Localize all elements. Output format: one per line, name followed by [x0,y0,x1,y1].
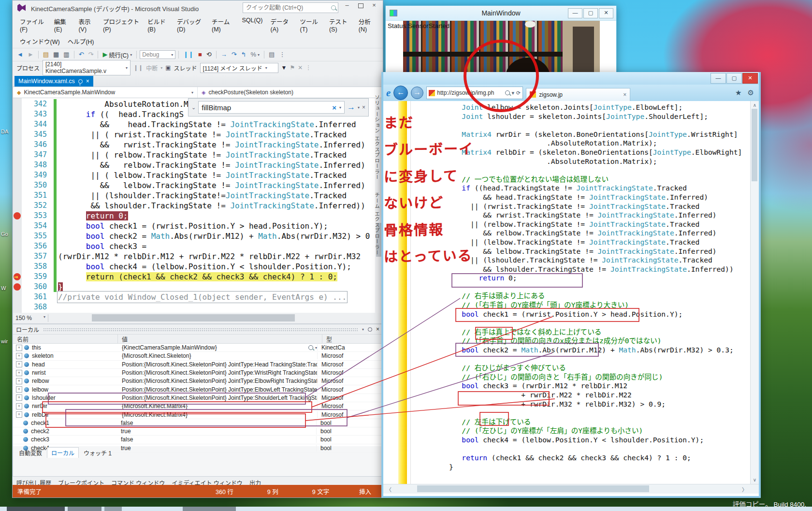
output-window-icon[interactable]: ▤ [267,51,276,58]
scroll-left-icon[interactable]: 〈 [386,485,392,493]
menu-item[interactable]: テスト(S) [326,16,354,34]
stop-debug-icon[interactable]: ■ [197,51,203,58]
breakpoint-icon[interactable] [14,212,21,219]
ie-titlebar[interactable]: — ▢ ✕ [383,72,759,85]
code-line[interactable]: 347 || ( relbow.TrackingState != JointTr… [13,150,382,160]
side-dock-tab[interactable]: チーム エクスプローラー [368,192,381,255]
scrollbar-thumb[interactable] [417,485,649,492]
desktop-icon-label[interactable]: DA [1,129,8,134]
menu-item[interactable]: ファイル(F) [16,16,50,34]
code-line[interactable]: 353 return 0; [13,211,382,221]
expander-icon[interactable]: + [16,353,22,359]
expander-icon[interactable]: + [16,394,22,401]
chevron-down-icon[interactable]: ⌄ [191,104,196,111]
breakpoint-icon[interactable] [14,283,21,291]
close-button[interactable]: ✕ [599,8,613,18]
search-icon[interactable] [505,90,510,95]
find-input[interactable]: fillBitmap × ▾ [198,101,345,114]
code-line[interactable]: 344 && head.TrackingState != JointTracki… [13,119,382,130]
minimize-button[interactable]: — [568,8,582,18]
code-line[interactable]: 348 && relbow.TrackingState != JointTrac… [13,160,382,170]
locals-row[interactable]: +skeleton{Microsoft.Kinect.Skeleton}Micr… [13,352,382,360]
scroll-up-icon[interactable]: ∧ [751,101,759,108]
current-statement-arrow-icon[interactable] [14,273,21,280]
step-out-icon[interactable]: ↰ [240,51,248,58]
menu-item[interactable]: プロジェクト(P) [100,16,143,34]
clear-search-icon[interactable]: × [332,103,336,112]
maximize-button[interactable] [354,0,367,11]
quick-launch-input[interactable] [243,2,338,13]
close-icon[interactable]: × [362,104,365,111]
close-button[interactable]: ✕ [742,73,758,84]
expander-icon[interactable]: + [16,386,22,393]
menu-item[interactable]: デバッグ(D) [174,16,207,34]
expander-icon[interactable]: + [16,361,22,367]
pin-icon[interactable] [78,79,83,84]
code-line[interactable]: 352 && lshoulder.TrackingState != JointT… [13,201,382,211]
locals-row[interactable]: +this{KinectCameraSample.MainWindow}▾Kin… [13,344,382,352]
restart-icon[interactable]: ⟲ [205,51,213,58]
locals-row[interactable]: check1falsebool [13,419,382,427]
code-line[interactable]: 350 && lelbow.TrackingState != JointTrac… [13,180,382,190]
desktop-icon-label[interactable]: W [1,285,6,291]
page-vertical-scrollbar[interactable]: ∧ ∨ [750,101,759,484]
overflow-icon[interactable]: ⋮ [277,51,287,58]
code-line[interactable]: 361//private void Window_Closed_1(object… [13,292,382,302]
chevron-down-icon[interactable]: ▾ [339,105,341,110]
expander-icon[interactable]: + [16,403,22,409]
pin-icon[interactable] [368,327,372,332]
redo-icon[interactable]: ↷ [87,51,95,58]
window-position-icon[interactable]: ▾ [362,327,364,332]
member-dropdown[interactable]: ◈ checkPosture(Skeleton skeleton) [198,87,382,98]
menu-item[interactable]: 表示(V) [75,16,99,34]
break-all-icon[interactable]: ❙❙ [182,51,195,58]
step-into-icon[interactable]: → [219,51,229,58]
expander-icon[interactable]: + [16,345,22,351]
thread-combo[interactable]: [1124] メイン スレッド▾ [200,63,278,73]
desktop-icon-label[interactable]: Go [1,231,8,237]
open-file-icon[interactable]: ▤ [42,51,50,58]
cancel-filter-icon[interactable]: ✕ [298,64,303,71]
editor-horizontal-scrollbar[interactable] [48,313,382,323]
scrollbar-thumb[interactable] [752,109,757,181]
save-all-icon[interactable]: ▥ [62,51,71,58]
debug-config-combo[interactable]: Debug▾ [140,50,175,59]
code-editor[interactable]: 342 AbsoluteRotation.M343 if (( head.Tra… [13,98,383,313]
menu-item[interactable]: ヘルプ(H) [64,36,98,47]
magnifier-icon[interactable] [308,345,313,350]
locals-row[interactable]: +relbowPosition:{Microsoft.Kinect.Skelet… [13,377,382,385]
zoom-selector[interactable]: 150 % ▾ [13,314,48,322]
pane-tab[interactable]: ローカル [47,447,79,458]
hex-display-icon[interactable]: %▾ [249,51,261,58]
close-icon[interactable]: × [86,78,89,85]
locals-titlebar[interactable]: ローカル ▾ × [13,324,382,334]
address-bar[interactable]: http://zigsow.jp/img.ph ▾ ⟳ [426,87,523,99]
overflow-icon[interactable]: ⋮ [305,64,311,71]
type-dropdown[interactable]: ◆ KinectCameraSample.MainWindow ▾ [13,87,198,98]
menu-item[interactable]: 分析(N) [355,16,379,34]
maximize-button[interactable]: ▢ [583,8,598,18]
menu-item[interactable]: ウィンドウ(W) [16,36,63,47]
code-line[interactable]: 368 [13,302,382,312]
code-line[interactable]: 355 bool check2 = Math.Abs(rwrDir.M12) +… [13,231,382,241]
locals-row[interactable]: +rwristPosition:{Microsoft.Kinect.Skelet… [13,369,382,377]
locals-row[interactable]: +headPosition:{Microsoft.Kinect.Skeleton… [13,361,382,369]
code-line[interactable]: 345 || ( rwrist.TrackingState != JointTr… [13,130,382,140]
maximize-button[interactable]: ▢ [726,73,742,84]
mainwindow-titlebar[interactable]: MainWindow — ▢ ✕ [386,6,616,21]
tools-gear-icon[interactable]: ⚙ [748,88,754,97]
expander-icon[interactable]: + [16,370,22,376]
locals-row[interactable]: check3falsebool [13,436,382,444]
scrollbar-thumb[interactable] [92,314,295,321]
close-button[interactable]: × [367,0,381,11]
chevron-down-icon[interactable]: ▾ [358,105,360,110]
column-header-name[interactable]: 名前 [13,335,118,343]
minimize-button[interactable]: — [710,73,726,84]
menu-item[interactable]: SQL(Q) [238,16,266,34]
menu-item[interactable]: 編集(E) [51,16,74,34]
menu-item[interactable]: チーム(M) [208,16,237,34]
pane-tab[interactable]: 自動変数 [15,448,46,458]
page-horizontal-scrollbar[interactable]: 〈 〉 [383,484,759,494]
close-tab-icon[interactable]: × [623,91,626,98]
code-line[interactable]: 359 return (check1 && check2 && check3 &… [13,272,382,282]
